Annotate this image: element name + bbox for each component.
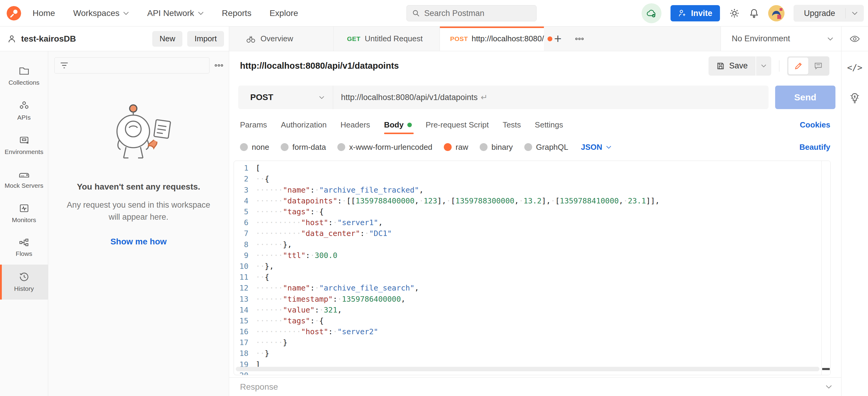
mode-x-www-form-urlencoded[interactable]: x-www-form-urlencoded bbox=[337, 142, 432, 152]
code-snippet-button[interactable]: </> bbox=[847, 63, 863, 73]
environment-quick-look-button[interactable] bbox=[841, 27, 868, 51]
sidebar-item-monitors[interactable]: Monitors bbox=[0, 197, 48, 231]
save-button[interactable]: Save bbox=[709, 56, 755, 76]
history-empty-state: You haven't sent any requests. Any reque… bbox=[48, 102, 229, 246]
mode-graphql[interactable]: GraphQL bbox=[524, 142, 568, 152]
upgrade-button[interactable]: Upgrade bbox=[794, 9, 845, 18]
nav-reports[interactable]: Reports bbox=[222, 8, 251, 18]
avatar[interactable] bbox=[768, 5, 784, 22]
code-text: ······"tags":·{ bbox=[256, 206, 324, 217]
filter-icon bbox=[60, 62, 68, 69]
settings-gear-button[interactable] bbox=[729, 8, 740, 19]
nav-explore[interactable]: Explore bbox=[270, 8, 298, 18]
tab-authorization[interactable]: Authorization bbox=[281, 114, 327, 136]
scrollbar-thumb[interactable] bbox=[822, 368, 830, 370]
line-number: 6 bbox=[234, 217, 256, 228]
sidebar-item-environments[interactable]: Environments bbox=[0, 128, 48, 163]
radio-icon bbox=[281, 143, 288, 151]
tab-headers[interactable]: Headers bbox=[340, 114, 370, 136]
workspace-tab-row: test-kairosDB New Import Overview GET Un… bbox=[0, 27, 868, 51]
method-badge-get: GET bbox=[347, 35, 361, 42]
nav-api-network[interactable]: API Network bbox=[147, 8, 204, 18]
history-filter-input[interactable] bbox=[54, 57, 210, 73]
search-input[interactable]: Search Postman bbox=[406, 5, 537, 22]
save-dropdown-button[interactable] bbox=[756, 56, 771, 76]
code-text: ······"ttl":·300.0 bbox=[256, 250, 337, 261]
sidebar-item-collections[interactable]: Collections bbox=[0, 59, 48, 93]
chevron-down-icon bbox=[827, 37, 833, 41]
tab-post-request-active[interactable]: POST http://localhost:8080/ bbox=[440, 27, 544, 51]
search-icon bbox=[412, 9, 420, 17]
comments-button[interactable] bbox=[808, 58, 828, 74]
tab-body[interactable]: Body bbox=[384, 114, 412, 136]
tab-overview[interactable]: Overview bbox=[229, 27, 334, 51]
notifications-button[interactable] bbox=[749, 8, 759, 19]
tab-settings[interactable]: Settings bbox=[535, 114, 563, 136]
tab-tests[interactable]: Tests bbox=[503, 114, 521, 136]
person-icon bbox=[7, 34, 16, 43]
server-icon bbox=[19, 170, 30, 178]
horizontal-scrollbar[interactable] bbox=[236, 367, 819, 371]
code-text: [ bbox=[256, 163, 260, 174]
chevron-down-icon bbox=[606, 145, 612, 149]
line-number: 10 bbox=[234, 261, 256, 272]
line-number: 7 bbox=[234, 228, 256, 239]
more-options-icon[interactable] bbox=[575, 37, 584, 40]
code-line: 5······"tags":·{ bbox=[234, 206, 830, 217]
code-line: 3······"name":·"archive_file_tracked", bbox=[234, 185, 830, 196]
chevron-down-icon bbox=[198, 11, 204, 15]
code-line: 1[ bbox=[234, 163, 830, 174]
tab-pre-request-script[interactable]: Pre-request Script bbox=[426, 114, 489, 136]
left-rail: Collections APIs Environments Mock Serve… bbox=[0, 51, 48, 396]
code-text: ······"name":·"archive_file_tracked", bbox=[256, 185, 424, 196]
more-options-icon[interactable] bbox=[214, 64, 223, 67]
code-line: 17······} bbox=[234, 337, 830, 348]
empty-state-title: You haven't sent any requests. bbox=[48, 182, 229, 192]
mode-form-data[interactable]: form-data bbox=[281, 142, 326, 152]
new-button[interactable]: New bbox=[152, 31, 182, 47]
mode-raw[interactable]: raw bbox=[444, 142, 468, 152]
sidebar-item-history[interactable]: History bbox=[0, 265, 48, 300]
import-button[interactable]: Import bbox=[187, 31, 224, 47]
tab-untitled-request[interactable]: GET Untitled Request bbox=[334, 27, 440, 51]
sidebar-item-mock-servers[interactable]: Mock Servers bbox=[0, 163, 48, 197]
sidebar-item-apis[interactable]: APIs bbox=[0, 93, 48, 128]
code-text: ··{ bbox=[256, 174, 269, 185]
binoculars-icon bbox=[246, 35, 256, 43]
nav-workspaces[interactable]: Workspaces bbox=[73, 8, 129, 18]
code-lines: 1[2··{3······"name":·"archive_file_track… bbox=[234, 163, 830, 375]
postman-logo-icon[interactable] bbox=[7, 6, 21, 21]
language-select[interactable]: JSON bbox=[581, 142, 612, 152]
top-nav: Home Workspaces API Network Reports Expl… bbox=[0, 0, 868, 27]
cookies-link[interactable]: Cookies bbox=[800, 120, 830, 130]
workspace-header: test-kairosDB New Import bbox=[0, 27, 229, 51]
show-me-how-link[interactable]: Show me how bbox=[48, 237, 229, 246]
cloud-check-icon bbox=[646, 9, 657, 18]
astronaut-illustration bbox=[99, 102, 178, 172]
mode-binary[interactable]: binary bbox=[480, 142, 513, 152]
tab-params[interactable]: Params bbox=[240, 114, 267, 136]
mode-none[interactable]: none bbox=[240, 142, 269, 152]
radio-icon bbox=[240, 143, 248, 151]
code-text: ······} bbox=[256, 337, 287, 348]
url-input[interactable]: http://localhost:8080/api/v1/datapoints↵ bbox=[333, 93, 488, 102]
nav-home[interactable]: Home bbox=[33, 8, 55, 18]
method-select[interactable]: POST bbox=[238, 86, 333, 109]
code-line: 2··{ bbox=[234, 174, 830, 185]
expand-response-button[interactable] bbox=[826, 385, 832, 389]
request-tab-strip: Overview GET Untitled Request POST http:… bbox=[229, 27, 720, 51]
invite-button[interactable]: Invite bbox=[671, 5, 720, 22]
body-mode-row: none form-data x-www-form-urlencoded raw… bbox=[229, 136, 841, 159]
lightbulb-bolt-icon[interactable] bbox=[849, 92, 860, 104]
environment-selector[interactable]: No Environment bbox=[720, 27, 841, 51]
beautify-link[interactable]: Beautify bbox=[799, 142, 830, 152]
line-number: 17 bbox=[234, 337, 256, 348]
code-line: 10··}, bbox=[234, 261, 830, 272]
workspace-name[interactable]: test-kairosDB bbox=[21, 34, 76, 44]
body-code-editor[interactable]: 1[2··{3······"name":·"archive_file_track… bbox=[234, 161, 831, 375]
send-button[interactable]: Send bbox=[775, 86, 835, 109]
sidebar-item-flows[interactable]: Flows bbox=[0, 231, 48, 265]
sync-status-button[interactable] bbox=[642, 3, 661, 23]
edit-mode-button[interactable] bbox=[788, 58, 808, 74]
upgrade-dropdown-button[interactable] bbox=[846, 11, 864, 15]
